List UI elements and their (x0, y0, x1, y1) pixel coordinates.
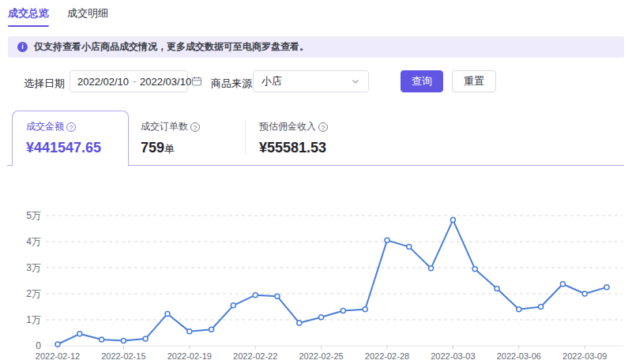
tab-deal-detail[interactable]: 成交明细 (67, 6, 108, 27)
data-point[interactable] (363, 307, 367, 312)
y-axis-label: 1万 (26, 314, 41, 325)
stat-commission-income-label: 预估佣金收入 (259, 120, 316, 133)
x-axis-label: 2022-02-15 (101, 351, 145, 361)
data-point[interactable] (319, 315, 324, 320)
chevron-down-icon (351, 77, 360, 86)
x-axis-label: 2022-03-06 (497, 351, 541, 361)
x-axis-label: 2022-02-22 (233, 351, 277, 361)
y-axis-label: 3万 (26, 262, 41, 273)
sales-line-chart: 01万2万3万4万5万2022-02-122022-02-152022-02-1… (0, 197, 632, 364)
stat-deal-amount[interactable]: 成交金额 ? ¥441547.65 (26, 120, 101, 156)
data-point[interactable] (340, 308, 345, 313)
x-axis-label: 2022-02-28 (365, 351, 409, 361)
data-point[interactable] (472, 267, 477, 272)
x-axis-label: 2022-02-12 (36, 351, 80, 361)
data-point[interactable] (143, 336, 148, 341)
x-axis-label: 2022-03-09 (562, 351, 607, 361)
pane-top-border (129, 165, 624, 166)
stat-order-count[interactable]: 成交订单数 ? 759单 (141, 120, 200, 156)
data-point[interactable] (407, 245, 412, 250)
data-point[interactable] (385, 238, 389, 242)
stat-commission-income-value: ¥55581.53 (259, 140, 328, 156)
reset-button[interactable]: 重置 (452, 70, 496, 92)
date-separator: - (133, 76, 136, 87)
stat-deal-amount-label: 成交金额 (26, 120, 64, 133)
product-source-value: 小店 (261, 74, 282, 88)
stat-order-count-label: 成交订单数 (141, 120, 188, 133)
data-point[interactable] (517, 307, 521, 312)
data-point[interactable] (560, 282, 565, 287)
data-point[interactable] (275, 294, 280, 298)
stat-order-count-value: 759 (141, 140, 164, 156)
data-point[interactable] (55, 342, 60, 347)
data-point[interactable] (429, 266, 434, 271)
data-point[interactable] (165, 311, 170, 316)
query-button[interactable]: 查询 (401, 70, 443, 92)
series-line (58, 220, 607, 344)
stat-order-count-unit: 单 (164, 143, 175, 155)
x-axis-label: 2022-02-25 (299, 351, 343, 361)
date-end-value: 2022/03/10 (140, 76, 191, 88)
data-point[interactable] (231, 303, 235, 308)
data-point[interactable] (100, 337, 104, 342)
x-axis-label: 2022-02-19 (167, 351, 212, 361)
y-axis-label: 2万 (26, 288, 41, 299)
date-range-label: 选择日期 (24, 77, 65, 91)
help-icon[interactable]: ? (318, 122, 328, 132)
top-tabbar: 成交总览 成交明细 (8, 6, 108, 27)
y-axis-label: 0 (36, 340, 41, 351)
data-point[interactable] (187, 329, 192, 334)
data-point[interactable] (121, 338, 126, 343)
data-point[interactable] (209, 327, 214, 332)
stat-commission-income[interactable]: 预估佣金收入 ? ¥55581.53 (259, 120, 328, 156)
data-point[interactable] (253, 293, 258, 298)
stat-divider (245, 120, 246, 155)
info-icon: i (17, 42, 28, 52)
help-icon[interactable]: ? (190, 122, 200, 132)
calendar-icon[interactable] (191, 76, 202, 87)
data-point[interactable] (495, 286, 499, 291)
data-point[interactable] (450, 218, 455, 223)
date-range-input[interactable]: 2022/02/10 - 2022/03/10 (70, 70, 188, 92)
banner-text: 仅支持查看小店商品成交情况，更多成交数据可至电商罗盘查看。 (34, 40, 309, 54)
data-point[interactable] (77, 332, 82, 336)
y-axis-label: 5万 (26, 210, 41, 221)
product-source-select[interactable]: 小店 (253, 70, 369, 92)
date-start-value: 2022/02/10 (77, 76, 129, 88)
tab-deal-overview[interactable]: 成交总览 (8, 6, 49, 27)
help-icon[interactable]: ? (66, 122, 76, 132)
data-point[interactable] (582, 291, 587, 296)
y-axis-label: 4万 (26, 236, 41, 247)
sales-overview-page: 成交总览 成交明细 i 仅支持查看小店商品成交情况，更多成交数据可至电商罗盘查看… (0, 0, 632, 364)
data-point[interactable] (539, 305, 544, 310)
stat-deal-amount-value: ¥441547.65 (26, 140, 101, 156)
product-source-label: 商品来源 (211, 77, 252, 91)
data-point[interactable] (297, 321, 302, 325)
info-banner: i 仅支持查看小店商品成交情况，更多成交数据可至电商罗盘查看。 (8, 36, 624, 58)
x-axis-label: 2022-03-03 (431, 351, 475, 361)
pane-top-border-left (7, 165, 12, 166)
data-point[interactable] (604, 285, 609, 290)
